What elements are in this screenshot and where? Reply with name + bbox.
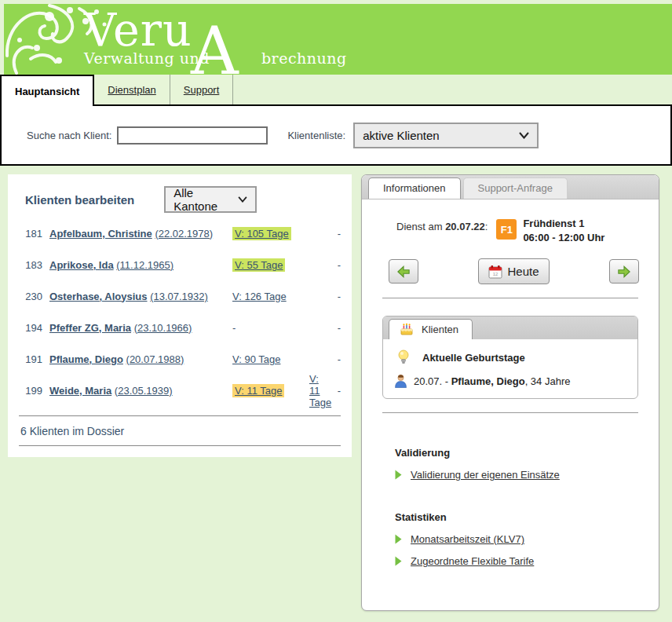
section-title: Statistiken [395,511,659,523]
duty-date-label: Dienst am 20.07.22: [396,221,488,243]
previous-day-button[interactable] [389,259,418,284]
client-id: 199 [19,385,42,397]
client-list-select[interactable]: aktive Klienten [353,123,539,148]
table-row: 194 Pfeffer ZG, Maria (23.10.1966) - - [19,312,341,343]
clients-panel-header: Klienten bearbeiten Alle Kantone [19,186,341,213]
client-list-label: Klientenliste: [287,130,345,141]
row-dash: - [331,228,341,240]
section-validierung: Validierung Validierung der eigenen Eins… [395,447,659,481]
client-dob-link[interactable]: (22.02.1978) [155,228,213,240]
green-triangle-icon [395,534,402,544]
main-content: Klienten bearbeiten Alle Kantone 181 Apf… [0,166,672,611]
klienten-box: Klienten Aktuelle Geburtstage [382,316,638,399]
client-id: 191 [19,353,42,365]
validierung-link[interactable]: Validierung der eigenen Einsätze [408,469,560,481]
person-icon [394,374,407,388]
arrow-left-icon [396,265,411,278]
duty-info: Dienst am 20.07.22: F1 Frühdienst 1 06:0… [396,218,659,243]
row-dash: - [232,322,236,334]
tab-support[interactable]: Support [170,75,234,104]
client-dob-link[interactable]: (13.07.1932) [150,291,208,302]
clients-panel-title: Klienten bearbeiten [25,193,134,207]
link-row: Monatsarbeitszeit (KLV7) [395,533,659,545]
contract-days-link[interactable]: V: 105 Tage [232,227,291,240]
search-label: Suche nach Klient: [27,130,111,141]
table-row: 199 Weide, Maria (23.05.1939) V: 11 Tage… [19,375,341,406]
chevron-down-icon [238,196,247,203]
contract-days-link[interactable]: V: 55 Tage [232,258,285,272]
client-name-link[interactable]: Pfeffer ZG, Maria [49,322,131,334]
contract-days-link[interactable]: V: 11 Tage [309,373,331,408]
row-dash: - [331,259,341,271]
logo-accent-letter: A [191,18,239,75]
table-row: 191 Pflaume, Diego (20.07.1988) V: 90 Ta… [19,343,341,375]
birthday-cake-icon [400,323,414,335]
client-id: 183 [19,259,42,271]
row-dash: - [331,322,341,334]
birthday-header: Aktuelle Geburtstage [422,352,525,364]
contract-days-link[interactable]: V: 11 Tage [232,384,284,397]
tab-support-anfrage[interactable]: Support-Anfrage [463,177,568,199]
birthday-header-row: Aktuelle Geburtstage [393,349,628,365]
client-name-link[interactable]: Apfelbaum, Christine [49,228,152,240]
app-header: Veru A Verwaltung undbrechnung [4,4,672,75]
client-search-input[interactable] [117,126,268,145]
green-triangle-icon [395,470,402,480]
client-dob-link[interactable]: (20.07.1988) [126,353,184,365]
client-name-link[interactable]: Pflaume, Diego [49,353,123,365]
client-name-link[interactable]: Osterhase, Aloysius [49,291,148,302]
client-name-link[interactable]: Aprikose, Ida [49,259,114,271]
row-dash: - [331,385,341,397]
canton-select[interactable]: Alle Kantone [164,186,257,213]
contract-days-link[interactable]: V: 90 Tage [232,353,280,365]
client-dob-link[interactable]: (11.12.1965) [116,259,173,271]
client-id: 181 [19,228,42,240]
lightbulb-icon [397,349,410,365]
table-row: 181 Apfelbaum, Christine (22.02.1978) V:… [19,218,341,249]
table-row: 230 Osterhase, Aloysius (13.07.1932) V: … [19,280,341,312]
flexible-tarife-link[interactable]: Zugeordnete Flexible Tarife [408,555,534,567]
row-dash: - [331,291,341,302]
svg-text:12: 12 [493,272,499,276]
klienten-box-body: Aktuelle Geburtstage 20.07. - Pflaume, D… [383,339,637,398]
klienten-box-tab-bar: Klienten [383,316,637,339]
tab-hauptansicht[interactable]: Hauptansicht [0,75,94,106]
info-panel: Informationen Support-Anfrage Dienst am … [361,174,659,611]
client-dob-link[interactable]: (23.10.1966) [134,322,192,334]
calendar-icon: 12 [488,265,502,279]
tab-dienstplan[interactable]: Dienstplan [94,75,170,104]
app-logo: Veru A Verwaltung undbrechnung [84,7,347,67]
monatsarbeitszeit-link[interactable]: Monatsarbeitszeit (KLV7) [408,533,524,545]
search-panel: Suche nach Klient: Klientenliste: aktive… [0,104,672,166]
main-tab-bar: Hauptansicht Dienstplan Support [0,75,672,104]
client-id: 230 [19,291,42,302]
link-row: Zugeordnete Flexible Tarife [395,555,659,567]
client-name-link[interactable]: Weide, Maria [49,385,111,397]
tab-klienten[interactable]: Klienten [389,319,473,339]
shift-description: Frühdienst 1 06:00 - 12:00 Uhr [523,218,604,243]
link-row: Validierung der eigenen Einsätze [395,469,659,481]
contract-days-link[interactable]: V: 126 Tage [232,291,287,302]
today-button[interactable]: 12 Heute [478,258,549,284]
birthday-entry: 20.07. - Pflaume, Diego, 34 Jahre [414,375,570,387]
info-tab-bar: Informationen Support-Anfrage [362,175,659,199]
table-row: 183 Aprikose, Ida (11.12.1965) V: 55 Tag… [19,249,341,280]
birthday-entry-row: 20.07. - Pflaume, Diego, 34 Jahre [393,374,628,388]
client-dob-link[interactable]: (23.05.1939) [115,385,173,397]
shift-badge: F1 [496,219,517,240]
client-id: 194 [19,322,42,334]
dossier-count: 6 Klienten im Dossier [20,425,341,437]
next-day-button[interactable] [609,259,639,284]
date-navigation: 12 Heute [389,258,639,284]
chevron-down-icon [519,132,529,139]
divider [382,412,638,413]
arrow-right-icon [617,265,631,278]
row-dash: - [331,353,341,365]
green-triangle-icon [395,556,402,566]
section-title: Validierung [395,447,659,459]
tab-informationen[interactable]: Informationen [368,177,461,199]
divider [382,298,638,298]
section-statistiken: Statistiken Monatsarbeitszeit (KLV7) Zug… [395,511,659,567]
divider [19,445,341,446]
divider [19,415,341,416]
